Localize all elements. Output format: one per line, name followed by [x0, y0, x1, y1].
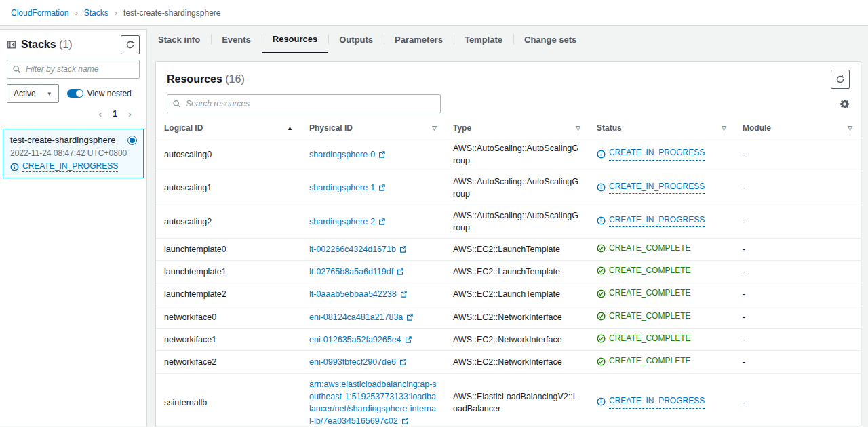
column-label: Module [743, 123, 771, 133]
logical-id: autoscaling1 [164, 183, 212, 192]
stack-filter-input[interactable] [7, 60, 140, 79]
physical-id: eni-08124ca481a21783a [309, 312, 403, 322]
physical-id-link[interactable]: eni-08124ca481a21783a [309, 312, 414, 322]
column-header-type[interactable]: Type▽ [445, 120, 589, 138]
resource-row: ssinternallbarn:aws:elasticloadbalancing… [156, 373, 861, 426]
external-link-icon [378, 218, 386, 226]
logical-id: launchtemplate0 [164, 245, 226, 254]
status-badge: CREATE_COMPLETE [597, 333, 690, 344]
info-circle-icon [597, 183, 606, 192]
breadcrumb-link-cloudformation[interactable]: CloudFormation [11, 8, 68, 18]
stack-status-filter-select[interactable]: Active ▼ [7, 84, 59, 103]
column-header-module[interactable]: Module▽ [734, 120, 861, 138]
previous-page-icon[interactable]: ‹ [98, 108, 102, 119]
tab-change-sets[interactable]: Change sets [513, 26, 587, 53]
physical-id: arn:aws:elasticloadbalancing:ap-southeas… [309, 380, 437, 426]
next-page-icon[interactable]: › [128, 108, 132, 119]
status-label: CREATE_IN_PROGRESS [22, 161, 118, 172]
module-value: - [743, 267, 745, 277]
search-icon [172, 100, 181, 108]
external-link-icon [404, 336, 412, 344]
resources-search-input[interactable] [167, 94, 441, 113]
status-badge: CREATE_COMPLETE [597, 310, 690, 322]
physical-id-link[interactable]: eni-0993fbfecf2907de6 [309, 357, 407, 367]
chevron-right-icon: › [115, 8, 117, 17]
physical-id: lt-0aaab5ebbaa542238 [309, 289, 397, 299]
stack-status[interactable]: CREATE_IN_PROGRESS [10, 161, 136, 172]
status-badge[interactable]: CREATE_IN_PROGRESS [597, 147, 705, 160]
stacks-sidebar: Stacks (1) Active ▼ [0, 29, 147, 426]
physical-id: shardingsphere-1 [309, 183, 375, 192]
external-link-icon [399, 290, 408, 298]
resource-type: AWS::AutoScaling::AutoScalingGroup [453, 144, 578, 165]
status-label: CREATE_IN_PROGRESS [609, 214, 705, 227]
info-circle-icon [597, 216, 606, 225]
physical-id: eni-012635a52fa9265e4 [309, 335, 401, 344]
toggle-switch-on[interactable] [67, 89, 83, 98]
sort-arrow-icon[interactable]: ▽ [722, 125, 726, 131]
sort-arrow-icon[interactable]: ▽ [848, 125, 852, 131]
external-link-icon [378, 184, 386, 192]
gear-icon[interactable] [840, 99, 850, 109]
status-badge[interactable]: CREATE_IN_PROGRESS [597, 214, 705, 227]
status-label: CREATE_COMPLETE [609, 355, 690, 367]
collapse-panel-icon[interactable] [7, 40, 16, 49]
sort-arrow-icon[interactable]: ▽ [432, 125, 437, 131]
logical-id: launchtemplate2 [164, 289, 226, 299]
column-header-status[interactable]: Status▽ [589, 120, 734, 138]
logical-id: networkiface2 [164, 357, 216, 367]
resource-row: networkiface0eni-08124ca481a21783aAWS::E… [156, 306, 861, 328]
sort-arrow-icon[interactable]: ▽ [576, 125, 580, 131]
resources-toolbar [156, 90, 861, 120]
info-circle-icon [597, 397, 606, 406]
sidebar-controls: Active ▼ View nested [0, 84, 146, 107]
resource-row: launchtemplate1lt-02765b8a5a6d119dfAWS::… [156, 261, 861, 283]
physical-id-link[interactable]: shardingsphere-0 [309, 150, 386, 159]
tab-outputs[interactable]: Outputs [328, 26, 384, 53]
tab-events[interactable]: Events [211, 26, 262, 53]
status-badge[interactable]: CREATE_IN_PROGRESS [597, 181, 705, 194]
status-badge: CREATE_COMPLETE [597, 355, 690, 367]
logical-id: autoscaling0 [164, 150, 212, 159]
stack-card-selected[interactable]: test-create-shardingsphere 2022-11-24 08… [3, 129, 144, 178]
tab-stack-info[interactable]: Stack info [147, 26, 211, 53]
sidebar-filter [0, 58, 146, 84]
external-link-icon [401, 417, 409, 425]
status-label: CREATE_IN_PROGRESS [609, 181, 705, 194]
module-value: - [743, 335, 745, 344]
physical-id-link[interactable]: lt-002266c4324d1671b [309, 245, 407, 254]
column-header-physical-id[interactable]: Physical ID▽ [301, 120, 445, 138]
physical-id-link[interactable]: lt-02765b8a5a6d119df [309, 267, 404, 277]
sort-ascending-icon[interactable]: ▲ [287, 125, 293, 131]
tab-parameters[interactable]: Parameters [384, 26, 454, 53]
current-page[interactable]: 1 [113, 109, 117, 119]
view-nested-toggle[interactable]: View nested [67, 89, 132, 98]
status-label: CREATE_IN_PROGRESS [609, 147, 705, 160]
refresh-resources-button[interactable] [831, 70, 850, 89]
tab-template[interactable]: Template [454, 26, 513, 53]
view-nested-label: View nested [87, 89, 132, 98]
physical-id-link[interactable]: eni-012635a52fa9265e4 [309, 335, 412, 344]
resources-table-body: autoscaling0shardingsphere-0AWS::AutoSca… [156, 138, 861, 427]
resources-panel: Resources (16) [155, 61, 861, 426]
resource-type: AWS::EC2::LaunchTemplate [453, 267, 560, 277]
physical-id-link[interactable]: shardingsphere-1 [309, 183, 386, 192]
breadcrumb-link-stacks[interactable]: Stacks [84, 8, 108, 18]
column-header-logical-id[interactable]: Logical ID▲ [156, 120, 301, 138]
status-badge: CREATE_COMPLETE [597, 243, 690, 254]
physical-id-link[interactable]: lt-0aaab5ebbaa542238 [309, 289, 408, 299]
physical-id-link[interactable]: shardingsphere-2 [309, 217, 386, 226]
resource-row: networkiface1eni-012635a52fa9265e4AWS::E… [156, 329, 861, 351]
resource-row: launchtemplate2lt-0aaab5ebbaa542238AWS::… [156, 283, 861, 306]
status-badge[interactable]: CREATE_IN_PROGRESS [597, 395, 705, 408]
resources-title: Resources (16) [167, 73, 245, 85]
tab-resources[interactable]: Resources [262, 26, 328, 53]
external-link-icon [399, 245, 407, 253]
stack-detail-main: Stack infoEventsResourcesOutputsParamete… [147, 26, 868, 426]
refresh-stacks-button[interactable] [121, 35, 140, 54]
column-label: Physical ID [309, 123, 353, 133]
radio-selected-icon[interactable] [127, 136, 137, 145]
physical-id-link[interactable]: arn:aws:elasticloadbalancing:ap-southeas… [309, 380, 437, 426]
breadcrumb-current: test-create-shardingsphere [123, 8, 220, 18]
refresh-icon [125, 40, 135, 49]
